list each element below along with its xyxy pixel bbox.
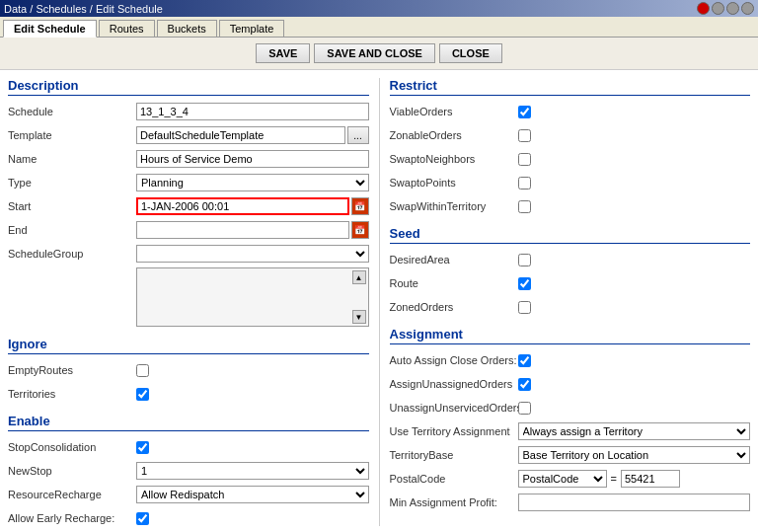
save-button[interactable]: SAVE (256, 43, 310, 63)
start-input[interactable] (136, 197, 349, 215)
template-browse-btn[interactable]: ... (347, 126, 369, 144)
autoassignclose-row: Auto Assign Close Orders: (390, 350, 751, 370)
autoassignclose-checkbox[interactable] (518, 354, 531, 367)
swaptopoints-label: SwaptoPoints (390, 177, 518, 189)
type-row: Type Planning (8, 173, 369, 192)
close-button[interactable]: CLOSE (439, 43, 502, 63)
seed-title: Seed (390, 226, 751, 244)
autoassignclose-label: Auto Assign Close Orders: (390, 354, 518, 366)
desiredarea-value (518, 254, 751, 266)
unassignunserviced-value (518, 402, 751, 415)
template-row: Template ... (8, 125, 369, 145)
tab-buckets[interactable]: Buckets (157, 20, 217, 37)
route-label: Route (390, 277, 518, 289)
ignore-title: Ignore (8, 337, 369, 354)
territories-value (136, 388, 369, 401)
tab-routes[interactable]: Routes (99, 20, 155, 37)
min-window-btn[interactable] (712, 2, 724, 15)
description-title: Description (8, 78, 369, 96)
type-label: Type (8, 177, 136, 189)
zonableorders-row: ZonableOrders (390, 125, 751, 145)
zonedorders-row: ZonedOrders (390, 297, 751, 317)
viableorders-label: ViableOrders (390, 106, 518, 117)
zonableorders-checkbox[interactable] (518, 129, 531, 142)
emptyroutes-label: EmptyRoutes (8, 364, 136, 376)
postalcode-input[interactable] (621, 470, 680, 488)
swaptopoints-checkbox[interactable] (518, 177, 531, 190)
zonedorders-value (518, 301, 751, 314)
end-label: End (8, 224, 136, 236)
swaptoneighbors-label: SwaptoNeighbors (390, 153, 518, 165)
unassignunserviced-checkbox[interactable] (518, 402, 531, 415)
name-input[interactable] (136, 150, 369, 168)
start-calendar-icon[interactable]: 📅 (351, 197, 369, 215)
close-window-btn[interactable] (697, 2, 710, 15)
type-select[interactable]: Planning (136, 174, 369, 191)
resourcerecharge-row: ResourceRecharge Allow Redispatch (8, 485, 369, 504)
desiredarea-checkbox[interactable] (518, 254, 531, 266)
assignunassigned-row: AssignUnassignedOrders (390, 374, 751, 394)
left-panel: Description Schedule Template ... Name (8, 78, 369, 526)
help-window-btn[interactable] (741, 2, 754, 15)
max-window-btn[interactable] (726, 2, 739, 15)
territorybase-select[interactable]: Base Territory on Location (518, 446, 751, 464)
end-input[interactable] (136, 221, 349, 239)
stopconsolidation-checkbox[interactable] (136, 441, 149, 454)
assignunassigned-checkbox[interactable] (518, 378, 531, 391)
tab-bar: Edit Schedule Routes Buckets Template (0, 17, 758, 38)
schedulegroup-select[interactable] (136, 245, 369, 263)
swaptopoints-row: SwaptoPoints (390, 173, 751, 192)
end-row: End 📅 (8, 220, 369, 240)
zonableorders-label: ZonableOrders (390, 129, 518, 141)
allowearlyrecharge-label: Allow Early Recharge: (8, 512, 136, 524)
schedule-label: Schedule (8, 106, 136, 117)
minassignmentprofit-input[interactable] (518, 494, 751, 511)
schedule-input[interactable] (136, 103, 369, 120)
zonableorders-value (518, 129, 751, 142)
schedulegroup-row: ScheduleGroup (8, 244, 369, 264)
template-label: Template (8, 129, 136, 141)
swapwithinterritory-row: SwapWithinTerritory (390, 196, 751, 216)
swaptoneighbors-checkbox[interactable] (518, 153, 531, 166)
schedulegroup-label: ScheduleGroup (8, 248, 136, 260)
newstop-row: NewStop 1 (8, 461, 369, 481)
scroll-up-btn[interactable]: ▲ (352, 270, 366, 284)
assignment-section: Assignment Auto Assign Close Orders: Ass… (390, 327, 751, 512)
postalcode-select[interactable]: PostalCode (518, 470, 607, 488)
useterritory-row: Use Territory Assignment Always assign a… (390, 421, 751, 441)
postalcode-row: PostalCode PostalCode = (390, 469, 751, 489)
scroll-down-btn[interactable]: ▼ (352, 310, 366, 324)
desiredarea-row: DesiredArea (390, 250, 751, 269)
save-close-button[interactable]: SAVE AND CLOSE (314, 43, 435, 63)
allowearlyrecharge-checkbox[interactable] (136, 512, 149, 525)
territorybase-value-container: Base Territory on Location (518, 446, 751, 464)
template-input[interactable] (136, 126, 345, 144)
zonedorders-checkbox[interactable] (518, 301, 531, 314)
start-value-container: 📅 (136, 197, 369, 215)
tab-edit-schedule[interactable]: Edit Schedule (3, 20, 97, 38)
emptyroutes-checkbox[interactable] (136, 364, 149, 377)
assignment-title: Assignment (390, 327, 751, 344)
unassignunserviced-label: UnassignUnservicedOrders (390, 402, 518, 414)
territories-checkbox[interactable] (136, 388, 149, 401)
emptyroutes-row: EmptyRoutes (8, 360, 369, 380)
territories-row: Territories (8, 384, 369, 404)
swaptopoints-value (518, 177, 751, 190)
type-value-container: Planning (136, 174, 369, 191)
resourcerecharge-select[interactable]: Allow Redispatch (136, 486, 369, 503)
swapwithinterritory-checkbox[interactable] (518, 200, 531, 213)
enable-section: Enable StopConsolidation NewStop 1 Resou… (8, 414, 369, 526)
postalcode-label: PostalCode (390, 473, 518, 485)
swapwithinterritory-value (518, 200, 751, 213)
newstop-select[interactable]: 1 (136, 462, 369, 480)
territorybase-row: TerritoryBase Base Territory on Location (390, 445, 751, 465)
viableorders-checkbox[interactable] (518, 106, 531, 118)
route-checkbox[interactable] (518, 277, 531, 290)
end-calendar-icon[interactable]: 📅 (351, 221, 369, 239)
tab-template[interactable]: Template (219, 20, 285, 37)
emptyroutes-value (136, 364, 369, 377)
viableorders-value (518, 106, 751, 118)
stopconsolidation-value (136, 441, 369, 454)
minassignmentprofit-value-container (518, 494, 751, 511)
useterritory-select[interactable]: Always assign a Territory (518, 422, 751, 440)
